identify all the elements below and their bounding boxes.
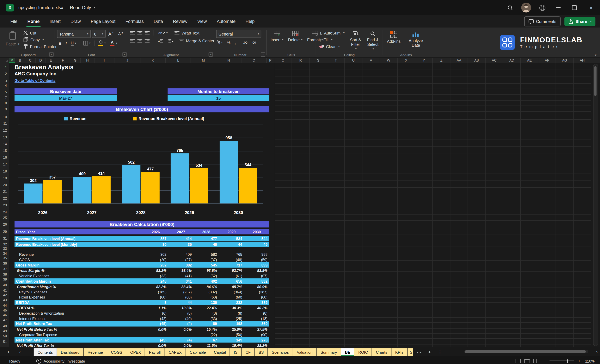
column-header-ab[interactable]: AB (468, 58, 486, 63)
sheet-tab-be[interactable]: BE (341, 348, 354, 356)
cells-area[interactable]: Breakeven Analysis ABC Company Inc. Go t… (9, 63, 591, 347)
dialog-launcher-icon[interactable]: ↘ (49, 53, 54, 57)
row-header-41[interactable]: 41 (3, 288, 7, 293)
autosum-button[interactable]: ΣAutoSum▾ (318, 30, 346, 36)
align-left-icon[interactable] (130, 39, 135, 43)
globe-icon[interactable] (534, 0, 550, 15)
sheet-tab-summary[interactable]: Summary (317, 348, 341, 356)
row-header-23[interactable]: 23 (3, 203, 7, 208)
row-header-14[interactable]: 14 (3, 142, 7, 146)
row-header-16[interactable]: 16 (3, 155, 7, 160)
row-header-32[interactable]: 32 (3, 242, 7, 247)
zoom-level[interactable]: 110% (585, 359, 595, 363)
underline-button[interactable]: U▾ (69, 40, 78, 46)
column-header-r[interactable]: R (292, 58, 309, 63)
normal-view-button[interactable] (515, 359, 521, 363)
vertical-scrollbar-thumb[interactable] (594, 66, 597, 96)
column-header-af[interactable]: AF (538, 58, 556, 63)
sheet-tab-revenue[interactable]: Revenue (84, 348, 107, 356)
sheet-tab-opex[interactable]: OPEX (127, 348, 145, 356)
cut-button[interactable]: Cut (22, 30, 58, 36)
sheet-tab-payroll[interactable]: Payroll (145, 348, 165, 356)
sheet-nav-left-icon[interactable]: ‹ (5, 347, 12, 356)
menu-tab-automate[interactable]: Automate (212, 15, 240, 27)
minimize-button[interactable] (550, 0, 566, 15)
column-header-h[interactable]: H (81, 58, 95, 63)
sheet-tab-cogs[interactable]: COGS (107, 348, 126, 356)
row-header-39[interactable]: 39 (3, 277, 7, 282)
column-header-o[interactable]: O (242, 58, 267, 63)
sheet-tab-contents[interactable]: Contents (34, 348, 57, 356)
delete-cells-button[interactable]: Delete▾ (286, 30, 305, 43)
column-header-s[interactable]: S (309, 58, 327, 63)
align-top-icon[interactable] (130, 31, 135, 35)
column-header-v[interactable]: V (362, 58, 380, 63)
column-header-ag[interactable]: AG (556, 58, 573, 63)
tab-scroll-right-icon[interactable]: › (596, 347, 598, 356)
row-header-51[interactable]: 51 (3, 339, 7, 344)
column-header-j[interactable]: J (114, 58, 141, 63)
sheet-nav-right-icon[interactable]: › (17, 347, 23, 356)
row-header-24[interactable]: 24 (3, 210, 7, 214)
workbook-title[interactable]: upcycling-furniture.xlsx - Read-Only ▾ (19, 5, 95, 10)
zoom-slider-thumb[interactable] (567, 359, 568, 363)
row-header-15[interactable]: 15 (3, 148, 7, 153)
share-button[interactable]: Share ▾ (564, 17, 595, 26)
menu-tab-review[interactable]: Review (168, 15, 192, 27)
menu-tab-page-layout[interactable]: Page Layout (86, 15, 121, 27)
row-header-36[interactable]: 36 (3, 261, 7, 266)
account-avatar[interactable] (518, 0, 534, 15)
column-header-l[interactable]: L (166, 58, 191, 63)
sheet-tab-cf[interactable]: CF (242, 348, 254, 356)
find-select-button[interactable]: Find & Select▾ (365, 30, 381, 52)
menu-tab-formulas[interactable]: Formulas (120, 15, 149, 27)
menu-tab-insert[interactable]: Insert (45, 15, 66, 27)
row-header-22[interactable]: 22 (3, 196, 7, 200)
maximize-button[interactable] (566, 0, 582, 15)
fill-button[interactable]: ↓Fill▾ (318, 37, 346, 43)
row-header-13[interactable]: 13 (3, 135, 7, 139)
clear-button[interactable]: Clear▾ (318, 44, 346, 50)
row-header-35[interactable]: 35 (3, 256, 7, 260)
menu-tab-file[interactable]: File (5, 15, 22, 27)
paste-button[interactable]: Paste▾ (4, 30, 21, 47)
row-header-47[interactable]: 47 (3, 318, 7, 322)
column-header-y[interactable]: Y (415, 58, 433, 63)
row-header-20[interactable]: 20 (3, 183, 7, 187)
zoom-out-button[interactable]: − (543, 358, 546, 364)
row-header-26[interactable]: 26 (3, 222, 7, 227)
sheet-tab-is[interactable]: IS (230, 348, 242, 356)
percent-style-button[interactable]: % (225, 39, 232, 46)
sheet-tab-scenarios[interactable]: Scenarios (268, 348, 292, 356)
sheet-tab-capital[interactable]: Capital (210, 348, 230, 356)
format-painter-button[interactable]: Format Painter (22, 43, 58, 50)
sheet-tab-captable[interactable]: CapTable (186, 348, 210, 356)
macro-record-icon[interactable] (26, 359, 30, 363)
fill-color-button[interactable]: ▾ (96, 39, 107, 47)
row-header-40[interactable]: 40 (3, 283, 7, 288)
sheet-tab-dashboard[interactable]: Dashboard (57, 348, 84, 356)
row-header-8[interactable]: 8 (5, 101, 7, 106)
row-header-5[interactable]: 5 (5, 90, 7, 94)
align-middle-icon[interactable] (137, 31, 142, 35)
decrease-indent-button[interactable]: ◂ (157, 38, 165, 43)
row-header-50[interactable]: 50 (3, 334, 7, 338)
menu-tab-help[interactable]: Help (240, 15, 260, 27)
align-bottom-icon[interactable] (145, 31, 150, 35)
column-header-ad[interactable]: AD (503, 58, 521, 63)
more-sheets-button[interactable]: ⋯ (413, 348, 425, 356)
decrease-font-size-button[interactable]: A▼ (117, 31, 125, 37)
dialog-launcher-icon[interactable]: ↘ (261, 53, 265, 57)
close-button[interactable]: × (582, 0, 600, 15)
column-header-c[interactable]: C (25, 58, 36, 63)
column-header-g[interactable]: G (70, 58, 81, 63)
page-break-view-button[interactable] (534, 359, 539, 363)
row-header-7[interactable]: 7 (5, 96, 7, 100)
new-sheet-button[interactable]: + (425, 348, 434, 356)
row-header-48[interactable]: 48 (3, 324, 7, 328)
row-header-45[interactable]: 45 (3, 308, 7, 313)
column-header-a[interactable]: A (9, 58, 15, 63)
font-size-select[interactable]: 8▾ (92, 30, 106, 38)
comma-style-button[interactable]: , (233, 39, 237, 46)
row-header-1[interactable]: 1 (5, 65, 7, 70)
